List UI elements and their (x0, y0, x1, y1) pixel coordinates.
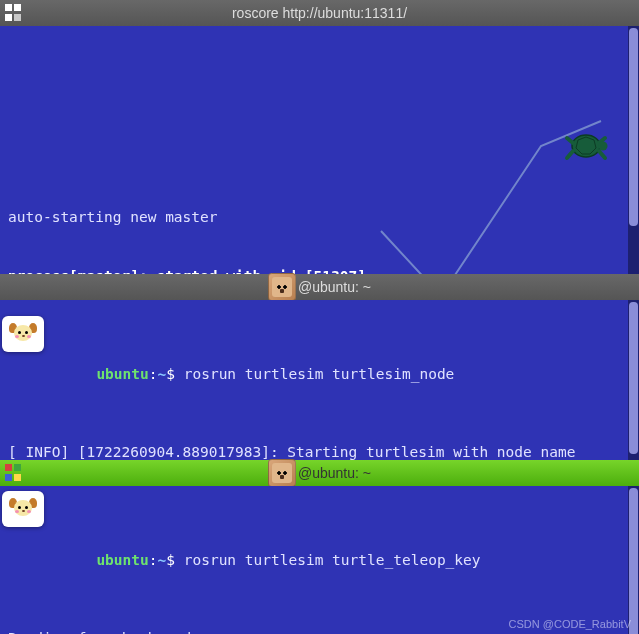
prompt-line: ubuntu:~$ rosrun turtlesim turtlesim_nod… (8, 345, 631, 404)
window-roscore: roscore http://ubuntu:11311/ auto-starti… (0, 0, 639, 274)
window-title: @ubuntu: ~ (298, 279, 371, 295)
titlebar-term3-active[interactable]: @ubuntu: ~ (0, 460, 639, 486)
command-text: rosrun turtlesim turtlesim_node (184, 366, 455, 382)
window-title: @ubuntu: ~ (298, 465, 371, 481)
scrollbar-thumb[interactable] (629, 302, 638, 454)
app-grid-icon (4, 3, 24, 23)
dog-sticker-icon (2, 491, 44, 527)
window-title: roscore http://ubuntu:11311/ (232, 5, 407, 21)
dog-sticker-icon (2, 316, 44, 352)
terminal-turtlesim-node[interactable]: ubuntu:~$ rosrun turtlesim turtlesim_nod… (0, 300, 639, 460)
app-grid-icon (4, 463, 24, 483)
scrollbar[interactable] (628, 26, 639, 274)
cat-avatar-icon (268, 273, 296, 301)
scrollbar-thumb[interactable] (629, 28, 638, 226)
terminal-roscore[interactable]: auto-starting new master process[master]… (0, 26, 639, 274)
scrollbar-thumb[interactable] (629, 488, 638, 634)
prompt-line: ubuntu:~$ rosrun turtlesim turtle_teleop… (8, 531, 631, 590)
command-text: rosrun turtlesim turtle_teleop_key (184, 552, 481, 568)
window-teleop: @ubuntu: ~ ubuntu:~$ rosrun turtlesim tu… (0, 460, 639, 634)
titlebar-term2[interactable]: @ubuntu: ~ (0, 274, 639, 300)
terminal-teleop[interactable]: ubuntu:~$ rosrun turtlesim turtle_teleop… (0, 486, 639, 634)
cat-avatar-icon (268, 459, 296, 487)
titlebar-roscore[interactable]: roscore http://ubuntu:11311/ (0, 0, 639, 26)
watermark-text: CSDN @CODE_RabbitV (509, 618, 631, 630)
scrollbar[interactable] (628, 300, 639, 460)
scrollbar[interactable] (628, 486, 639, 634)
window-turtlesim-node: @ubuntu: ~ ubuntu:~$ rosrun turtlesim tu… (0, 274, 639, 460)
